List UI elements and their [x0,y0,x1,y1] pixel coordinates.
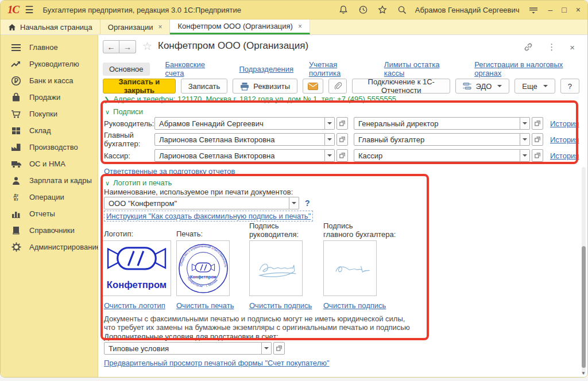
dropdown-button [325,149,335,162]
person-combo[interactable]: Ларионова Светлана Викторовна [154,149,348,162]
edo-icon [463,82,471,90]
vertical-scrollbar-thumb[interactable] [582,246,586,368]
sidebar-item-proizvodstvo[interactable]: Производство [1,139,98,155]
row-glavbuh: Главный бухгалтер: Ларионова Светлана Ви… [104,133,543,146]
sidebar-item-spravochniki[interactable]: Справочники [1,222,98,239]
logo-image[interactable]: Конфетпром [102,240,171,296]
sidebar-item-otchety[interactable]: Отчеты [1,205,98,222]
back-button[interactable]: ← [103,40,119,53]
paperclip-icon [334,82,342,91]
row-kassir: Кассир: Ларионова Светлана Викторовна Ка… [104,149,543,162]
save-close-button[interactable]: Записать и закрыть [103,79,176,94]
invoice-preview-link[interactable]: Предварительный просмотр печатной формы … [104,359,330,367]
clear-stamp-link[interactable]: Очистить печать [176,301,234,310]
print-name-combo[interactable]: ООО "Конфетпром" [104,197,299,209]
tab-home[interactable]: Начальная страница [1,20,100,34]
get-link-icon[interactable] [523,42,533,52]
dtkt-icon: ДтКт [10,192,22,203]
close-window-button[interactable]: × [576,5,581,14]
edo-button[interactable]: ЭДО [455,79,509,94]
tab-close-icon[interactable]: × [298,22,302,30]
current-user[interactable]: Абрамов Геннадий Сергеевич [415,6,520,14]
chevron-down-icon [543,85,548,87]
facsimile-disclaimer: Документы с факсимильными печатью и подп… [104,314,410,332]
nav-limity-kassy[interactable]: Лимиты остатка кассы [384,60,459,77]
attachments-button[interactable] [328,79,347,94]
dropdown-button [325,117,335,130]
help-button[interactable]: ? [560,79,579,94]
notifications-bell-icon[interactable] [338,5,349,15]
send-email-button[interactable] [303,79,323,94]
envelope-icon [308,83,318,90]
bars-icon [10,209,22,219]
sidebar-item-zarplata[interactable]: Зарплата и кадры [1,172,98,189]
person-combo[interactable]: Абрамов Геннадий Сергеевич [154,117,348,130]
sidebar-item-os-nma[interactable]: ОС и НМА [1,155,98,172]
tab-close-icon[interactable]: × [158,23,162,31]
truck-icon [10,159,22,169]
director-signature-image[interactable] [249,240,303,296]
main-menu-icon[interactable]: ☰ [25,4,33,16]
favorite-star-icon[interactable]: ☆ [142,40,152,53]
dropdown-button [520,149,530,162]
clear-director-signature-link[interactable]: Очистить подпись [249,301,312,310]
nav-osnovnoe[interactable]: Основное [103,63,150,76]
help-question-icon[interactable]: ? [305,199,310,208]
menu-icon [10,42,22,53]
sidebar-item-operacii[interactable]: ДтКт Операции [1,189,98,205]
cart-icon [10,109,22,119]
forward-button[interactable]: → [119,40,136,53]
nav-bank-accounts[interactable]: Банковские счета [165,60,224,77]
logo-section-header[interactable]: ∨Логотип и печать [105,178,172,187]
nav-podrazdeleniya[interactable]: Подразделения [239,65,293,73]
history-link[interactable]: История [550,151,579,160]
ruble-icon [10,76,22,86]
address-phone-group[interactable]: ❯ Адрес и телефон: 121170, Москва г, 181… [104,95,396,103]
history-link[interactable]: История [550,135,579,144]
tab-konfetprom[interactable]: Конфетпром ООО (Организация) × [170,20,310,34]
nav-uchetnaya-politika[interactable]: Учетная политика [309,60,369,77]
signatures-section-header[interactable]: ∨Подписи [105,107,143,116]
minimize-button[interactable]: – [548,5,553,14]
favorites-star-icon[interactable] [377,5,388,15]
row-rukovoditel: Руководитель: Абрамов Геннадий Сергеевич… [104,117,543,130]
open-button [336,149,348,162]
maximize-button[interactable]: □ [562,5,566,14]
1c-logo-icon: 1С [7,3,19,16]
scrollbar-down-arrow-icon[interactable]: ▼ [581,371,586,376]
dropdown-button [262,342,272,355]
sidebar-item-pokupki[interactable]: Покупки [1,106,98,122]
save-button[interactable]: Записать [181,79,228,94]
sidebar-item-bank-kassa[interactable]: Банк и касса [1,72,98,89]
clear-accountant-signature-link[interactable]: Очистить подпись [323,301,386,310]
more-button[interactable]: Еще [514,79,555,94]
history-link[interactable]: История [550,119,579,128]
sidebar-item-prodazhi[interactable]: Продажи [1,89,98,106]
open-button [336,117,348,130]
accountant-signature-label: Подпись главного бухгалтера: [323,222,396,239]
position-combo[interactable]: Главный бухгалтер [354,133,543,146]
details-button[interactable]: Реквизиты [233,79,297,94]
clear-logo-link[interactable]: Очистить логотип [104,301,165,310]
tab-organizations[interactable]: Организации × [100,20,171,34]
sidebar-item-sklad[interactable]: Склад [1,122,98,139]
search-icon[interactable] [397,5,407,15]
position-combo[interactable]: Кассир [354,149,543,162]
responsible-for-reports-link[interactable]: Ответственные за подготовку отчетов [104,167,235,176]
sidebar-item-glavnoe[interactable]: Главное [1,39,98,56]
person-combo[interactable]: Ларионова Светлана Викторовна [154,133,348,146]
sidebar-item-rukovoditelyu[interactable]: Руководителю [1,56,98,72]
close-form-icon[interactable]: × [570,42,575,52]
position-combo[interactable]: Генеральный директор [354,117,543,130]
history-icon[interactable] [358,5,368,15]
service-settings-icon[interactable] [528,5,538,15]
form-nav: Основное Банковские счета Подразделения … [103,60,587,77]
connect-1c-reporting-button[interactable]: Подключение к 1С-Отчетности [352,79,450,94]
nav-registracii[interactable]: Регистрации в налоговых органах [474,60,587,77]
sidebar-item-administrirovanie[interactable]: Администрирование [1,239,98,255]
stamp-image[interactable]: Общество с ограниченной ответственностью… [176,240,230,296]
more-menu-dots-icon[interactable]: ⋮ [547,42,556,52]
accountant-signature-image[interactable] [323,240,377,296]
instruction-link[interactable]: Инструкция "Как создать факсимильную под… [104,211,313,221]
additional-terms-combo[interactable]: Типовые условия [104,342,285,355]
